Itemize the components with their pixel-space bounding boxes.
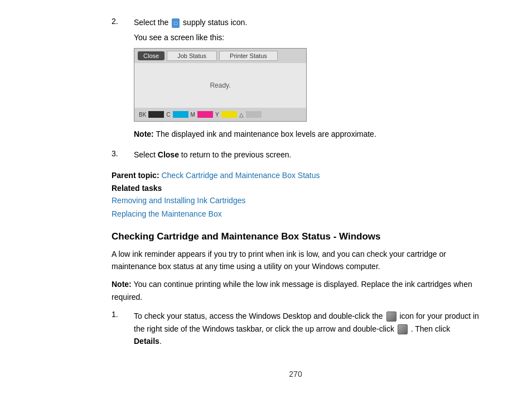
ink-swatch-bk [148, 111, 164, 118]
epson-taskbar-icon-2 [398, 324, 408, 334]
screen-body: Ready. [134, 63, 306, 108]
ink-label-m: M [191, 112, 195, 118]
section-heading: Checking Cartridge and Maintenance Box S… [112, 231, 480, 242]
screen-header: Close Job Status Printer Status [134, 49, 306, 63]
step-3-text: Select Close to return to the previous s… [134, 149, 480, 161]
ink-label-warning: △ [239, 112, 244, 118]
ink-swatch-m [197, 111, 213, 118]
note-1: Note: The displayed ink and maintenance … [134, 128, 480, 140]
section-step-1-num: 1. [112, 310, 134, 353]
step-2-subtext: You see a screen like this: [134, 32, 480, 44]
section-para-1: A low ink reminder appears if you try to… [112, 248, 480, 273]
section-body: A low ink reminder appears if you try to… [112, 248, 480, 353]
step-2-content: Select the □ supply status icon. You see… [134, 17, 480, 143]
section-step-1-bold: Details [134, 337, 159, 346]
section-step-1-text: To check your status, access the Windows… [134, 310, 480, 347]
section-step-1-content: To check your status, access the Windows… [134, 310, 480, 353]
note-1-bold: Note: [134, 130, 154, 138]
ink-swatch-warning [246, 111, 262, 118]
page-number: 270 [112, 370, 480, 379]
related-tasks-heading: Related tasks [112, 184, 480, 193]
section-note-bold: Note: [112, 280, 132, 289]
screen-tab-job-status[interactable]: Job Status [167, 51, 217, 61]
ink-swatch-y [221, 111, 237, 118]
section-note-text: You can continue printing while the low … [112, 280, 472, 301]
step-3-number: 3. [112, 149, 134, 164]
content-area: 2. Select the □ supply status icon. You … [112, 17, 480, 379]
epson-taskbar-icon [386, 312, 396, 322]
screen-ink-bar: BK C M Y △ [134, 108, 306, 121]
parent-topic: Parent topic: Check Cartridge and Mainte… [112, 170, 480, 181]
ink-label-bk: BK [139, 112, 146, 118]
step-3-bold: Close [158, 150, 179, 159]
ink-label-c: C [166, 112, 170, 118]
step-3-content: Select Close to return to the previous s… [134, 149, 480, 164]
ink-swatch-c [173, 111, 188, 118]
step-2-number: 2. [112, 17, 134, 143]
related-task-link-1[interactable]: Removing and Installing Ink Cartridges [112, 194, 480, 208]
screen-preview: Close Job Status Printer Status Ready. B… [134, 48, 307, 122]
section-note: Note: You can continue printing while th… [112, 278, 480, 303]
ink-label-y: Y [215, 112, 219, 118]
step-2: 2. Select the □ supply status icon. You … [112, 17, 480, 143]
screen-close-button[interactable]: Close [138, 51, 165, 60]
related-task-link-2[interactable]: Replacing the Maintenance Box [112, 208, 480, 221]
step-2-text: Select the □ supply status icon. [134, 17, 480, 28]
related-tasks: Related tasks Removing and Installing In… [112, 184, 480, 221]
step-3: 3. Select Close to return to the previou… [112, 149, 480, 164]
parent-topic-link[interactable]: Check Cartridge and Maintenance Box Stat… [161, 171, 320, 180]
screen-ready-text: Ready. [210, 82, 230, 89]
section-step-1: 1. To check your status, access the Wind… [112, 310, 480, 353]
supply-status-icon: □ [172, 18, 180, 28]
note-1-text: The displayed ink and maintenance box le… [156, 130, 376, 138]
page: 2. Select the □ supply status icon. You … [0, 0, 532, 401]
parent-topic-label: Parent topic: [112, 171, 159, 180]
screen-tab-printer-status[interactable]: Printer Status [219, 51, 278, 61]
